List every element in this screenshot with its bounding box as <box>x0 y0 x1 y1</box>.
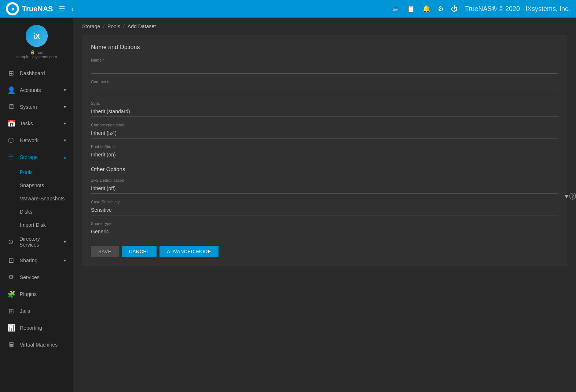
sidebar-item-tasks[interactable]: 📅 Tasks ▾ <box>0 115 73 132</box>
jails-icon: ⊞ <box>7 307 15 315</box>
sidebar-item-virtual-machines[interactable]: 🖥 Virtual Machines <box>0 336 73 353</box>
topbar-left: iX TrueNAS ☰ ‹ <box>6 2 74 15</box>
case-label: Case Sensitivity <box>91 200 558 204</box>
svg-text:iX: iX <box>33 32 41 40</box>
advanced-mode-button[interactable]: ADVANCED MODE <box>159 246 218 257</box>
chevron-down-icon: ▾ <box>64 104 66 110</box>
field-row-share-type: Share Type Generic SMB ▾ ? <box>91 221 558 237</box>
topbar: iX TrueNAS ☰ ‹ 🐟 📋 🔔 ⚙ ⏻ TrueNAS® © 2020… <box>0 0 576 18</box>
sidebar-sub-item-disks[interactable]: Disks <box>0 205 73 218</box>
tasks-icon[interactable]: 📋 <box>407 5 415 13</box>
sidebar-sub-item-label: Snapshots <box>20 182 44 188</box>
power-icon[interactable]: ⏻ <box>451 5 458 13</box>
breadcrumb-pools[interactable]: Pools <box>107 23 120 29</box>
sidebar-item-directory-services[interactable]: ⊙ Directory Services ▾ <box>0 232 73 252</box>
sync-label: Sync <box>91 101 558 106</box>
sync-select[interactable]: Inherit (standard) Standard Always Disab… <box>91 106 558 117</box>
field-row-atime: Enable Atime Inherit (on) on off ▾ ? <box>91 144 558 160</box>
app-logo: iX TrueNAS <box>6 2 53 15</box>
storage-icon: ☰ <box>7 153 15 161</box>
atime-select[interactable]: Inherit (on) on off <box>91 149 558 160</box>
sidebar-item-label: Virtual Machines <box>20 342 58 348</box>
breadcrumb-storage[interactable]: Storage <box>82 23 100 29</box>
chevron-down-icon: ▾ <box>64 239 66 244</box>
sidebar-sub-item-snapshots[interactable]: Snapshots <box>0 179 73 192</box>
sidebar-item-label: System <box>20 104 37 110</box>
network-icon: ⬡ <box>7 136 15 144</box>
copyright: TrueNAS® © 2020 - iXsystems, Inc. <box>465 5 570 13</box>
compression-select[interactable]: Inherit (lz4) lz4 gzip zle lzjb Off <box>91 128 558 138</box>
back-icon[interactable]: ‹ <box>71 5 74 13</box>
tasks-nav-icon: 📅 <box>7 119 15 127</box>
sidebar-item-label: Network <box>20 137 38 143</box>
field-atime: Enable Atime Inherit (on) on off <box>91 144 558 160</box>
sidebar-item-plugins[interactable]: 🧩 Plugins <box>0 286 73 303</box>
sidebar-item-label: Dashboard <box>20 70 45 76</box>
field-dedup: ZFS Deduplication Inherit (off) on off v… <box>91 178 558 194</box>
share-type-select-wrapper: Generic SMB <box>91 226 558 237</box>
vm-icon: 🖥 <box>7 341 15 348</box>
compression-select-wrapper: Inherit (lz4) lz4 gzip zle lzjb Off <box>91 128 558 138</box>
breadcrumb-sep-1: / <box>103 23 104 29</box>
field-row-name: Name ? <box>91 58 558 74</box>
dedup-select-wrapper: Inherit (off) on off verify <box>91 183 558 194</box>
comments-label: Comments <box>91 79 558 84</box>
field-case: Case Sensitivity Sensitive Insensitive M… <box>91 200 558 215</box>
truenas-icon[interactable]: 🐟 <box>392 5 400 13</box>
logo-icon: iX <box>6 2 19 15</box>
sidebar-item-jails[interactable]: ⊞ Jails <box>0 303 73 319</box>
chevron-up-icon: ▴ <box>64 155 66 160</box>
app-name: TrueNAS <box>22 5 53 13</box>
case-select[interactable]: Sensitive Insensitive Mixed <box>91 205 558 215</box>
user-lock: 🔒 root <box>30 50 44 55</box>
sidebar-item-system[interactable]: 🖥 System ▾ <box>0 99 73 115</box>
system-icon: 🖥 <box>7 103 15 111</box>
breadcrumb-sep-2: / <box>123 23 125 29</box>
avatar: iX <box>26 25 48 47</box>
share-type-select[interactable]: Generic SMB <box>91 226 558 237</box>
sync-select-wrapper: Inherit (standard) Standard Always Disab… <box>91 106 558 117</box>
directory-services-icon: ⊙ <box>7 238 14 246</box>
field-sync: Sync Inherit (standard) Standard Always … <box>91 101 558 117</box>
chevron-down-icon: ▾ <box>64 121 66 126</box>
section-other-options: Other Options <box>91 166 558 172</box>
field-compression: Compression level Inherit (lz4) lz4 gzip… <box>91 123 558 138</box>
sidebar-sub-item-label: Disks <box>20 209 32 215</box>
chevron-down-icon: ▾ <box>64 258 66 263</box>
save-button[interactable]: SAVE <box>91 246 119 257</box>
field-row-dedup: ZFS Deduplication Inherit (off) on off v… <box>91 178 558 194</box>
dashboard-icon: ⊞ <box>7 69 15 77</box>
section-name-options: Name and Options <box>91 44 558 51</box>
sidebar-sub-item-import-disk[interactable]: Import Disk <box>0 218 73 232</box>
comments-input[interactable] <box>91 85 558 95</box>
share-type-label: Share Type <box>91 221 558 226</box>
name-input[interactable] <box>91 63 558 74</box>
sidebar-sub-item-pools[interactable]: Pools <box>0 166 73 179</box>
content-area: Storage / Pools / Add Dataset Name and O… <box>73 18 576 392</box>
settings-icon[interactable]: ⚙ <box>438 5 444 13</box>
field-row-comments: Comments ? <box>91 79 558 95</box>
sidebar-item-sharing[interactable]: ⊡ Sharing ▾ <box>0 252 73 269</box>
plugins-icon: 🧩 <box>7 290 15 298</box>
sidebar-item-label: Reporting <box>20 325 42 331</box>
sidebar-item-label: Tasks <box>20 121 33 126</box>
cancel-button[interactable]: CANCEL <box>122 246 157 257</box>
sidebar-item-accounts[interactable]: 👤 Accounts ▾ <box>0 82 73 99</box>
chevron-down-icon: ▾ <box>64 138 66 143</box>
sidebar-item-services[interactable]: ⚙ Services <box>0 269 73 286</box>
sidebar-sub-item-label: VMware-Snapshots <box>20 196 65 201</box>
case-select-wrapper: Sensitive Insensitive Mixed <box>91 205 558 215</box>
sidebar-sub-item-vmware-snapshots[interactable]: VMware-Snapshots <box>0 192 73 205</box>
button-row: SAVE CANCEL ADVANCED MODE <box>91 246 558 257</box>
menu-icon[interactable]: ☰ <box>59 4 65 13</box>
sidebar-item-reporting[interactable]: 📊 Reporting <box>0 319 73 336</box>
sidebar-item-network[interactable]: ⬡ Network ▾ <box>0 132 73 149</box>
dedup-select[interactable]: Inherit (off) on off verify <box>91 183 558 194</box>
sidebar-item-storage[interactable]: ☰ Storage ▴ <box>0 149 73 166</box>
form-panel: Name and Options Name ? Comments ? <box>82 35 567 266</box>
sidebar-item-label: Jails <box>20 308 30 314</box>
share-type-field-icons: ▾ ? <box>565 193 567 200</box>
sidebar-item-dashboard[interactable]: ⊞ Dashboard <box>0 65 73 82</box>
notifications-icon[interactable]: 🔔 <box>422 5 430 13</box>
atime-select-wrapper: Inherit (on) on off <box>91 149 558 160</box>
